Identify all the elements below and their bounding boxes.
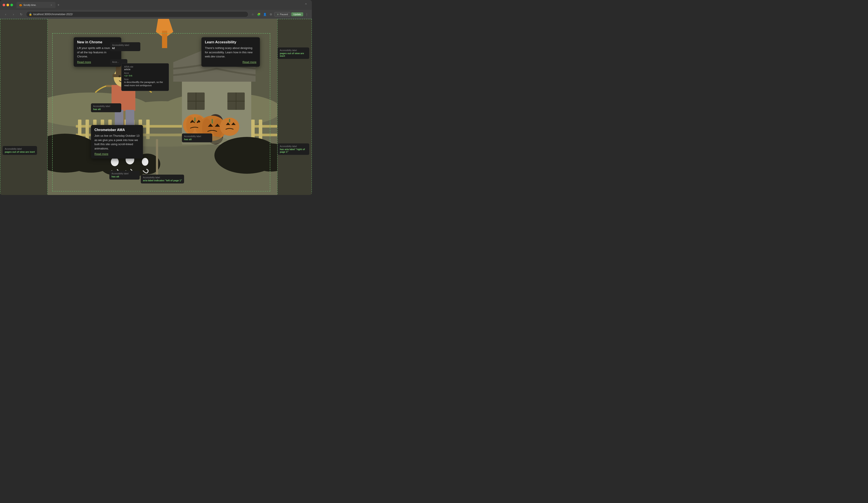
- aria-acce-value: <a> link: [124, 74, 166, 77]
- url-text: localhost:3000/chrometober-2022/: [33, 13, 246, 16]
- right-aria-label-tooltip: Accessibility label has aria label "righ…: [278, 143, 309, 155]
- toolbar-actions: ☆ 🧩 👤 ⚙ ⏸ Paused Update ⋮: [250, 12, 309, 17]
- tab-bar: 🎃 Scrolly time. × +: [17, 2, 301, 8]
- tooltip-value: pages out of view are inert: [280, 52, 307, 57]
- tooltip-value: has aria label "right of page 1": [280, 148, 307, 153]
- settings-icon[interactable]: ⚙: [268, 12, 273, 17]
- maximize-button[interactable]: [10, 4, 13, 6]
- aria-note-value: is describedBy the paragraph, so the rea…: [124, 81, 166, 87]
- profile-icon[interactable]: 👤: [262, 12, 267, 17]
- tooltip-label: Accessibility label: [93, 105, 119, 107]
- svg-rect-61: [229, 119, 230, 122]
- browser-titlebar: 🎃 Scrolly time. × + ⌃: [0, 0, 312, 10]
- tab-close-button[interactable]: ×: [50, 3, 53, 7]
- tooltip-label: Accessibility label: [143, 176, 182, 179]
- browser-toolbar: ‹ › ↻ 🔒 localhost:3000/chrometober-2022/…: [0, 10, 312, 19]
- left-region: Accessibility label pages out of view ar…: [0, 19, 48, 195]
- tooltip-label: Accessibility label: [184, 135, 210, 137]
- aria-acce-label: Acce: [124, 72, 166, 74]
- svg-point-49: [186, 116, 195, 134]
- ama-body: Join us live on Thursday October 13 as w…: [94, 134, 140, 151]
- left-pages-out-of-view-tooltip: Accessibility label pages out of view ar…: [3, 146, 37, 155]
- tooltip-value: has alt: [112, 175, 137, 178]
- tooltip-value: aria-label indicates "left of page 1": [143, 179, 182, 182]
- svg-point-44: [118, 75, 121, 77]
- ghost-a11y-tooltip: Accessibility label has alt: [110, 171, 140, 179]
- menu-icon[interactable]: ⋮: [304, 12, 309, 17]
- learn-accessibility-title: Learn Accessibility: [205, 40, 256, 44]
- forward-button[interactable]: ›: [10, 11, 17, 17]
- new-tab-button[interactable]: +: [55, 2, 62, 8]
- tooltip-label: Accessibility label: [5, 148, 35, 150]
- tooltip-label: Accessibility label: [112, 44, 138, 47]
- aria-popup: ARIA role article Acce <a> link Note is …: [121, 63, 169, 91]
- right-region: Accessibility label pages out of view ar…: [277, 19, 312, 195]
- active-tab[interactable]: 🎃 Scrolly time. ×: [17, 2, 55, 8]
- tab-title: Scrolly time.: [23, 4, 49, 6]
- close-button[interactable]: [3, 4, 5, 6]
- address-bar[interactable]: 🔒 localhost:3000/chrometober-2022/: [26, 11, 248, 17]
- svg-rect-23: [251, 120, 255, 139]
- svg-point-71: [142, 158, 148, 166]
- new-in-chrome-a11y-tooltip: Accessibility label k2: [110, 42, 140, 51]
- tooltip-label: Accessibility label: [280, 49, 307, 52]
- minimize-button[interactable]: [7, 4, 9, 6]
- svg-rect-8: [85, 120, 89, 139]
- learn-accessibility-card: Learn Accessibility There's nothing scar…: [202, 37, 260, 67]
- tooltip-value: has alt: [184, 138, 210, 141]
- aria-role-row: ARIA role article: [124, 66, 166, 71]
- refresh-button[interactable]: ↻: [18, 11, 24, 17]
- aria-accessibility-row: Acce <a> link: [124, 72, 166, 77]
- tooltip-value: pages out of view are inert: [5, 151, 35, 153]
- svg-rect-46: [115, 110, 123, 127]
- aria-note-row: Note is describedBy the paragraph, so th…: [124, 78, 166, 87]
- chrometober-ama-card: Chrometober AMA Join us live on Thursday…: [91, 125, 143, 158]
- bookmark-icon[interactable]: ☆: [250, 12, 255, 17]
- browser-chrome: 🎃 Scrolly time. × + ⌃ ‹ › ↻ 🔒 localhost:…: [0, 0, 312, 19]
- back-button[interactable]: ‹: [3, 11, 9, 17]
- aria-note-label: Note: [124, 78, 166, 81]
- svg-rect-51: [194, 117, 196, 122]
- extension-icon[interactable]: 🧩: [256, 12, 261, 17]
- scene-container: New in Chrome Lift your spirits with a r…: [48, 19, 277, 195]
- tooltip-label: Accessibility label: [280, 145, 307, 147]
- tooltip-label: Acce...: [112, 61, 125, 63]
- tab-favicon: 🎃: [19, 3, 22, 7]
- update-button[interactable]: Update: [291, 12, 303, 16]
- tooltip-value: k2: [112, 47, 138, 49]
- paused-button[interactable]: ⏸ Paused: [275, 12, 290, 17]
- browser-window: 🎃 Scrolly time. × + ⌃ ‹ › ↻ 🔒 localhost:…: [0, 0, 312, 195]
- svg-rect-37: [162, 31, 167, 48]
- left-of-page-tooltip: Accessibility label aria-label indicates…: [141, 175, 184, 184]
- aria-role-label: ARIA role: [124, 66, 166, 68]
- window-expand-button[interactable]: ⌃: [302, 2, 309, 8]
- ama-title: Chrometober AMA: [94, 128, 140, 132]
- aria-role-value: article: [124, 68, 166, 71]
- learn-accessibility-read-more[interactable]: Read more: [205, 60, 256, 64]
- pumpkins-a11y-tooltip: Accessibility label has alt: [182, 133, 212, 142]
- learn-accessibility-body: There's nothing scary about designing fo…: [205, 46, 256, 59]
- tooltip-label: Accessibility label: [112, 172, 137, 175]
- page-content: Accessibility label pages out of view ar…: [0, 19, 312, 195]
- scarecrow-a11y-tooltip: Accessibility label has alt: [91, 103, 121, 112]
- svg-rect-57: [211, 119, 213, 124]
- right-pages-out-of-view-tooltip: Accessibility label pages out of view ar…: [278, 48, 309, 59]
- traffic-lights: [3, 4, 13, 6]
- tooltip-value: has alt: [93, 108, 119, 111]
- svg-point-69: [111, 157, 119, 166]
- ama-read-more[interactable]: Read more: [94, 152, 140, 155]
- svg-rect-47: [126, 110, 134, 127]
- svg-rect-24: [259, 120, 262, 139]
